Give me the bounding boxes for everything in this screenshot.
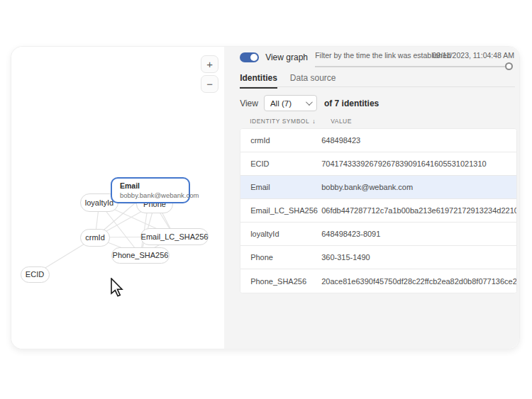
zoom-controls: + − — [201, 55, 218, 93]
time-filter-timestamp: 09/11/2023, 11:04:48 AM — [432, 51, 514, 60]
mouse-cursor-icon — [111, 278, 126, 298]
cell-value: 648498423 — [321, 136, 516, 145]
node-label: Email — [120, 181, 140, 190]
node-label: Phone_SHA256 — [113, 251, 169, 259]
view-graph-label: View graph — [265, 52, 308, 62]
node-label: crmId — [85, 233, 105, 242]
table-row[interactable]: crmId648498423 — [240, 129, 516, 152]
table-row[interactable]: Phone360-315-1490 — [240, 246, 516, 269]
cell-identity-symbol: loyaltyId — [240, 230, 321, 238]
cell-value: 70417433392679267839091641605531021310 — [321, 159, 516, 168]
view-graph-toggle-row: View graph — [240, 52, 308, 62]
node-sub-label: bobby.bank@webank.com — [120, 191, 199, 199]
cell-value: 648498423-8091 — [321, 230, 516, 238]
table-row[interactable]: Email_LC_SHA25606fdb447287712c7a1b00ba21… — [240, 199, 516, 223]
graph-node-Email[interactable]: Emailbobby.bank@webank.com — [111, 177, 190, 203]
graph-node-ECID[interactable]: ECID — [21, 266, 50, 283]
time-filter-slider-handle[interactable] — [505, 62, 513, 70]
cell-value: 06fdb447287712c7a1b00ba213e6197217291323… — [321, 206, 516, 215]
cell-identity-symbol: crmId — [240, 136, 321, 145]
column-value: VALUE — [331, 118, 517, 125]
column-identity-symbol[interactable]: IDENTITY SYMBOL↓ — [240, 118, 331, 125]
cell-identity-symbol: Email_LC_SHA256 — [240, 206, 321, 215]
graph-node-Phone_SHA256[interactable]: Phone_SHA256 — [111, 247, 170, 264]
cell-identity-symbol: Phone — [240, 253, 321, 262]
graph-node-Email_LC_SHA256[interactable]: Email_LC_SHA256 — [140, 228, 209, 245]
time-filter-slider[interactable] — [315, 66, 505, 67]
zoom-out-button[interactable]: − — [201, 75, 218, 93]
tabs-divider — [240, 86, 515, 87]
graph-node-crmId[interactable]: crmId — [80, 229, 110, 247]
view-filter-row: View All (7) of 7 identities — [240, 95, 379, 111]
time-filter-label: Filter by the time the link was establis… — [315, 51, 450, 60]
cell-identity-symbol: Email — [240, 183, 321, 191]
cell-value: 20ace81e6390f45750df28c22ffcb2ea82d0b8f0… — [321, 277, 516, 286]
identity-view-dropdown[interactable]: All (7) — [264, 95, 317, 111]
table-row[interactable]: loyaltyId648498423-8091 — [240, 223, 516, 246]
cell-value: 360-315-1490 — [321, 253, 516, 262]
node-label: loyaltyId — [85, 198, 113, 207]
identity-graph-card: + − PhoneloyaltyIdcrmIdEmail_LC_SHA256Ph… — [11, 46, 520, 349]
view-graph-toggle[interactable] — [240, 52, 259, 62]
graph-panel: + − PhoneloyaltyIdcrmIdEmail_LC_SHA256Ph… — [11, 47, 224, 349]
identities-side-panel: View graph Filter by the time the link w… — [224, 47, 519, 349]
cell-value: bobby.bank@webank.com — [321, 183, 516, 191]
cell-identity-symbol: ECID — [240, 159, 321, 168]
dropdown-selected-value: All (7) — [270, 99, 306, 108]
identity-count-summary: of 7 identities — [324, 99, 379, 108]
identities-table-body: crmId648498423ECID7041743339267926783909… — [240, 128, 517, 293]
sort-descending-icon: ↓ — [312, 118, 316, 125]
node-label: ECID — [26, 270, 44, 279]
zoom-in-button[interactable]: + — [201, 55, 218, 73]
table-row[interactable]: Emailbobby.bank@webank.com — [240, 176, 516, 199]
graph-nodes: PhoneloyaltyIdcrmIdEmail_LC_SHA256Phone_… — [11, 47, 224, 349]
chevron-down-icon — [306, 99, 313, 106]
node-label: Email_LC_SHA256 — [141, 232, 209, 241]
toggle-knob — [250, 54, 257, 61]
cell-identity-symbol: Phone_SHA256 — [240, 277, 321, 286]
table-row[interactable]: ECID704174333926792678390916416055310213… — [240, 152, 516, 176]
table-header: IDENTITY SYMBOL↓ VALUE — [240, 118, 517, 125]
view-label: View — [240, 99, 258, 108]
table-row[interactable]: Phone_SHA25620ace81e6390f45750df28c22ffc… — [240, 269, 516, 293]
